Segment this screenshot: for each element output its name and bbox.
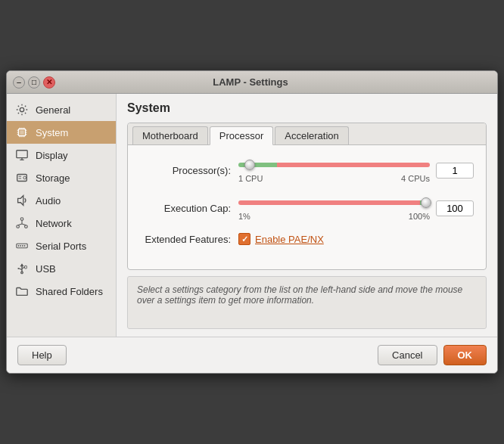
sidebar-item-general-label: General bbox=[36, 104, 70, 116]
tab-motherboard[interactable]: Motherboard bbox=[132, 126, 208, 144]
main-window: – □ ✕ LAMP - Settings General bbox=[6, 70, 498, 374]
execution-cap-slider-track bbox=[238, 200, 430, 205]
execution-cap-slider-area: 1% 100% bbox=[238, 195, 430, 221]
svg-point-0 bbox=[20, 107, 23, 111]
tab-bar: Motherboard Processor Acceleration bbox=[128, 123, 486, 145]
window-title: LAMP - Settings bbox=[55, 76, 446, 88]
sidebar-item-audio-label: Audio bbox=[36, 195, 61, 206]
network-icon bbox=[14, 216, 30, 231]
exec-min-label: 1% bbox=[238, 212, 250, 221]
sidebar-item-system[interactable]: System bbox=[7, 121, 116, 144]
sidebar-item-audio[interactable]: Audio bbox=[7, 189, 116, 212]
page-title: System bbox=[127, 101, 487, 115]
processor-tab-content: Processor(s): 1 CPU 4 CPUs bbox=[128, 145, 486, 269]
svg-line-27 bbox=[18, 224, 22, 225]
close-button[interactable]: ✕ bbox=[43, 76, 55, 88]
svg-point-24 bbox=[17, 225, 20, 228]
processors-slider-labels: 1 CPU 4 CPUs bbox=[238, 174, 430, 183]
folder-icon bbox=[14, 284, 30, 299]
processors-value-input[interactable] bbox=[436, 163, 474, 179]
svg-point-31 bbox=[20, 245, 21, 247]
enable-pae-label[interactable]: Enable PAE/NX bbox=[255, 234, 324, 245]
sidebar-item-serial[interactable]: Serial Ports bbox=[7, 234, 116, 257]
sidebar: General bbox=[7, 94, 117, 337]
processors-row: Processor(s): 1 CPU 4 CPUs bbox=[140, 157, 474, 183]
gear-icon bbox=[14, 102, 30, 117]
tab-processor[interactable]: Processor bbox=[210, 126, 274, 145]
chip-icon bbox=[14, 125, 30, 140]
monitor-icon bbox=[14, 147, 30, 163]
disk-icon bbox=[14, 170, 30, 185]
sidebar-item-storage-label: Storage bbox=[36, 172, 70, 184]
svg-rect-15 bbox=[17, 151, 27, 158]
svg-point-33 bbox=[24, 245, 26, 247]
processors-slider-area: 1 CPU 4 CPUs bbox=[238, 157, 430, 183]
svg-marker-34 bbox=[20, 264, 23, 267]
speaker-icon bbox=[14, 193, 30, 208]
cpu-max-label: 4 CPUs bbox=[401, 174, 430, 183]
svg-marker-22 bbox=[18, 196, 23, 206]
maximize-button[interactable]: □ bbox=[28, 76, 40, 88]
extended-features-row: Extended Features: Enable PAE/NX bbox=[140, 233, 474, 245]
svg-rect-38 bbox=[18, 268, 20, 269]
svg-point-32 bbox=[22, 245, 23, 247]
sidebar-item-system-label: System bbox=[36, 127, 68, 138]
sidebar-item-storage[interactable]: Storage bbox=[7, 166, 116, 189]
processors-slider-track bbox=[238, 163, 430, 167]
serial-icon bbox=[14, 238, 30, 253]
main-panel: System Motherboard Processor Acceleratio… bbox=[117, 94, 497, 337]
help-button[interactable]: Help bbox=[17, 345, 67, 365]
execution-cap-row: Execution Cap: 1% 100% bbox=[140, 195, 474, 221]
sidebar-item-usb[interactable]: USB bbox=[7, 257, 116, 280]
processors-label: Processor(s): bbox=[140, 165, 238, 176]
sidebar-item-network[interactable]: Network bbox=[7, 212, 116, 234]
svg-point-19 bbox=[23, 176, 26, 179]
svg-point-30 bbox=[18, 245, 20, 247]
titlebar-controls: – □ ✕ bbox=[13, 76, 55, 88]
tab-acceleration[interactable]: Acceleration bbox=[275, 126, 349, 144]
svg-rect-2 bbox=[20, 130, 23, 134]
ok-button[interactable]: OK bbox=[443, 345, 487, 365]
minimize-button[interactable]: – bbox=[13, 76, 25, 88]
sidebar-item-display-label: Display bbox=[36, 150, 68, 161]
execution-cap-value-input[interactable] bbox=[436, 200, 474, 216]
execution-cap-slider-thumb[interactable] bbox=[421, 197, 431, 208]
footer: Help Cancel OK bbox=[7, 337, 497, 373]
svg-rect-18 bbox=[17, 175, 27, 182]
enable-pae-checkbox[interactable] bbox=[238, 233, 250, 245]
cancel-button[interactable]: Cancel bbox=[378, 345, 437, 365]
sidebar-item-display[interactable]: Display bbox=[7, 144, 116, 166]
content-area: General bbox=[7, 94, 497, 337]
processors-slider-thumb[interactable] bbox=[244, 160, 255, 170]
sidebar-item-general[interactable]: General bbox=[7, 98, 116, 121]
sidebar-item-shared-label: Shared Folders bbox=[36, 286, 103, 297]
sidebar-item-network-label: Network bbox=[36, 218, 72, 229]
tab-panel: Motherboard Processor Acceleration Proce… bbox=[127, 123, 487, 270]
sidebar-item-usb-label: USB bbox=[36, 263, 56, 275]
extended-features-label: Extended Features: bbox=[140, 234, 238, 245]
svg-point-25 bbox=[25, 225, 28, 228]
exec-max-label: 100% bbox=[409, 212, 430, 221]
usb-icon bbox=[14, 261, 30, 276]
execution-cap-slider-labels: 1% 100% bbox=[238, 212, 430, 221]
titlebar: – □ ✕ LAMP - Settings bbox=[7, 71, 497, 94]
sidebar-item-serial-label: Serial Ports bbox=[36, 241, 86, 252]
info-box: Select a settings category from the list… bbox=[127, 276, 487, 329]
svg-point-23 bbox=[20, 218, 23, 221]
execution-cap-label: Execution Cap: bbox=[140, 203, 238, 214]
svg-rect-36 bbox=[25, 265, 27, 269]
sidebar-item-shared[interactable]: Shared Folders bbox=[7, 280, 116, 303]
svg-line-28 bbox=[22, 224, 26, 225]
extended-features-area: Enable PAE/NX bbox=[238, 233, 324, 245]
execution-cap-slider-wrap[interactable] bbox=[238, 195, 430, 210]
processors-slider-wrap[interactable] bbox=[238, 157, 430, 172]
cpu-min-label: 1 CPU bbox=[238, 174, 263, 183]
